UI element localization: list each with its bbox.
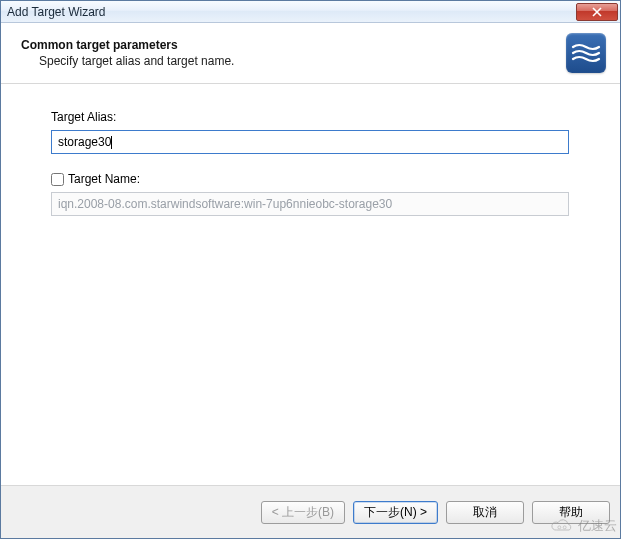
titlebar: Add Target Wizard xyxy=(1,1,620,23)
waves-icon xyxy=(571,42,601,64)
target-alias-input[interactable]: storage30 xyxy=(51,130,569,154)
header-subtitle: Specify target alias and target name. xyxy=(39,54,566,68)
text-caret xyxy=(111,136,112,149)
wizard-content: Target Alias: storage30 Target Name: xyxy=(1,84,620,486)
target-name-label: Target Name: xyxy=(68,172,140,186)
target-alias-label: Target Alias: xyxy=(51,110,580,124)
target-alias-value: storage30 xyxy=(58,135,111,149)
product-logo xyxy=(566,33,606,73)
window-title: Add Target Wizard xyxy=(7,5,576,19)
target-name-label-row: Target Name: xyxy=(51,172,580,186)
wizard-window: Add Target Wizard Common target paramete… xyxy=(0,0,621,539)
cancel-button[interactable]: 取消 xyxy=(446,501,524,524)
back-button: < 上一步(B) xyxy=(261,501,345,524)
help-button[interactable]: 帮助 xyxy=(532,501,610,524)
target-alias-group: Target Alias: storage30 xyxy=(51,110,580,154)
wizard-footer: < 上一步(B) 下一步(N) > 取消 帮助 xyxy=(1,486,620,538)
header-text-block: Common target parameters Specify target … xyxy=(21,38,566,68)
target-name-checkbox[interactable] xyxy=(51,173,64,186)
header-title: Common target parameters xyxy=(21,38,566,52)
wizard-header: Common target parameters Specify target … xyxy=(1,23,620,84)
target-name-input xyxy=(51,192,569,216)
close-button[interactable] xyxy=(576,3,618,21)
target-name-group: Target Name: xyxy=(51,172,580,216)
close-icon xyxy=(592,7,602,17)
next-button[interactable]: 下一步(N) > xyxy=(353,501,438,524)
